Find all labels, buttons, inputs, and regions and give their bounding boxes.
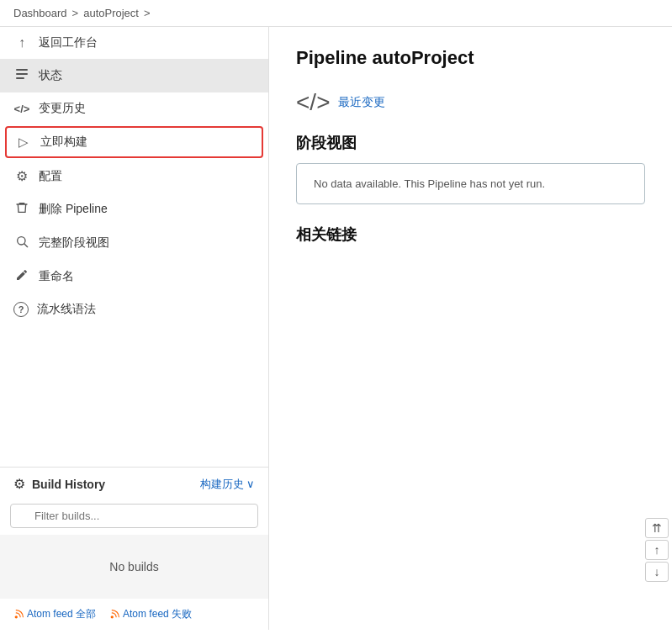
filter-builds-input[interactable] (10, 504, 258, 528)
svg-point-7 (15, 616, 18, 618)
pipeline-syntax-icon: ? (13, 302, 29, 317)
stage-view-heading: 阶段视图 (296, 133, 645, 153)
related-links-section: 相关链接 (296, 225, 645, 245)
no-builds-text: No builds (109, 560, 158, 573)
scroll-buttons: ⇈ ↑ ↓ (642, 515, 672, 585)
config-icon: ⚙ (13, 168, 30, 184)
page-title: Pipeline autoProject (296, 47, 645, 69)
svg-line-4 (24, 244, 28, 247)
scroll-up-icon: ↑ (654, 543, 660, 557)
sidebar-item-full-stage[interactable]: 完整阶段视图 (0, 226, 268, 260)
breadcrumb-project[interactable]: autoProject (83, 7, 139, 19)
related-links-heading: 相关链接 (296, 225, 645, 245)
sidebar-item-config-label: 配置 (39, 169, 62, 184)
sidebar-item-status[interactable]: 状态 (0, 59, 268, 92)
atom-feed-failed-label: Atom feed 失败 (123, 607, 192, 621)
build-history-link-label: 构建历史 (200, 477, 244, 492)
changes-icon: </> (13, 103, 30, 115)
sidebar-item-pipeline-syntax[interactable]: ? 流水线语法 (0, 293, 268, 325)
svg-rect-2 (16, 77, 24, 79)
sidebar-item-pipeline-syntax-label: 流水线语法 (37, 302, 96, 317)
scroll-down-icon: ↓ (654, 565, 660, 579)
scroll-up-button[interactable]: ↑ (645, 540, 669, 560)
build-history-header: ⚙ Build History 构建历史 ∨ (0, 468, 268, 500)
sidebar-item-build-now-label: 立即构建 (40, 135, 87, 150)
sidebar-item-rename-label: 重命名 (39, 269, 74, 284)
stage-view-box: No data available. This Pipeline has not… (296, 163, 645, 204)
sidebar-item-config[interactable]: ⚙ 配置 (0, 160, 268, 193)
sidebar-item-back[interactable]: ↑ 返回工作台 (0, 27, 268, 59)
sidebar-item-full-stage-label: 完整阶段视图 (39, 235, 109, 251)
sidebar-item-build-now[interactable]: ▷ 立即构建 (5, 126, 263, 158)
sidebar-item-delete[interactable]: 删除 Pipeline (0, 193, 268, 226)
sidebar-item-back-label: 返回工作台 (39, 35, 98, 50)
breadcrumb-sep2: > (144, 7, 151, 19)
svg-point-8 (111, 616, 114, 618)
build-now-icon: ▷ (15, 135, 32, 150)
recent-changes-link[interactable]: 最近变更 (338, 95, 385, 110)
sidebar-item-status-label: 状态 (39, 68, 62, 83)
filter-input-wrap (10, 504, 258, 528)
delete-icon (13, 201, 30, 218)
sidebar-item-changes[interactable]: </> 变更历史 (0, 92, 268, 124)
scroll-top-button[interactable]: ⇈ (645, 518, 669, 538)
breadcrumb-dashboard[interactable]: Dashboard (13, 7, 67, 19)
atom-feed-all-link[interactable]: Atom feed 全部 (13, 607, 96, 621)
sidebar-item-rename[interactable]: 重命名 (0, 260, 268, 293)
atom-feed-failed-link[interactable]: Atom feed 失败 (109, 607, 192, 621)
scroll-top-icon: ⇈ (652, 521, 662, 535)
filter-builds-row (0, 500, 268, 535)
breadcrumb-bar: Dashboard > autoProject > (0, 0, 672, 27)
sidebar-item-changes-label: 变更历史 (39, 101, 86, 116)
sidebar-nav: ↑ 返回工作台 状态 </> 变更历史 (0, 27, 268, 467)
chevron-down-icon: ∨ (246, 478, 255, 490)
build-history-gear-icon: ⚙ (13, 476, 25, 492)
atom-feed-bar: Atom feed 全部 Atom feed 失败 (0, 599, 268, 630)
scroll-down-button[interactable]: ↓ (645, 562, 669, 582)
main-content: Pipeline autoProject </> 最近变更 阶段视图 No da… (269, 27, 672, 272)
recent-changes-row: </> 最近变更 (296, 89, 645, 116)
build-history-link[interactable]: 构建历史 ∨ (200, 477, 255, 492)
stage-view-message: No data available. This Pipeline has not… (314, 177, 545, 190)
no-builds-area: No builds (0, 535, 268, 599)
rename-icon (13, 268, 30, 285)
main-wrapper: Pipeline autoProject </> 最近变更 阶段视图 No da… (269, 27, 672, 630)
sidebar: ↑ 返回工作台 状态 </> 变更历史 (0, 27, 269, 630)
full-stage-icon (13, 235, 30, 251)
sidebar-item-delete-label: 删除 Pipeline (39, 202, 108, 217)
status-icon (13, 67, 30, 84)
svg-rect-0 (16, 69, 28, 71)
recent-changes-code-icon: </> (296, 89, 330, 116)
svg-rect-1 (16, 73, 28, 75)
back-icon: ↑ (13, 35, 30, 50)
build-history-title-group: ⚙ Build History (13, 476, 105, 492)
breadcrumb-sep1: > (72, 7, 79, 19)
build-history-label: Build History (32, 478, 105, 491)
build-history-section: ⚙ Build History 构建历史 ∨ No builds (0, 467, 268, 630)
atom-feed-all-label: Atom feed 全部 (27, 607, 96, 621)
